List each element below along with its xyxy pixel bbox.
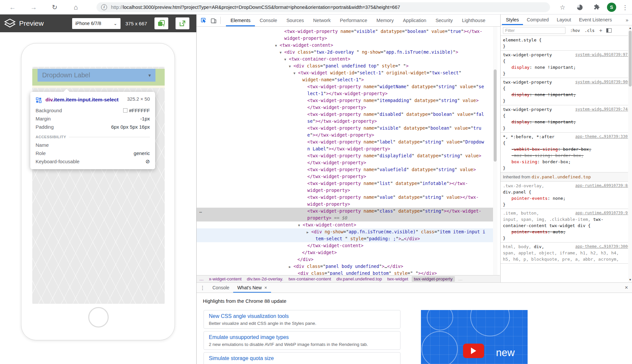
style-rule[interactable]: app-runtime…69910739:95.item, button,inp… (501, 209, 632, 243)
stylesheet-source-link[interactable]: app-theme.c…910739:3006 (575, 244, 630, 250)
code-line[interactable]: <twx-widget-property name="displayfield"… (197, 152, 493, 159)
device-select[interactable]: iPhone 6/7/8 ⌄ (72, 18, 121, 29)
tabs-overflow-icon[interactable]: » (622, 14, 632, 25)
code-line[interactable]: …<twx-widget-property name="class" datat… (197, 208, 493, 215)
code-line[interactable]: ▶<div class="panel body undefined">…</di… (197, 263, 493, 270)
code-line[interactable]: ▼<div class="twx-2d-overlay " ng-show="a… (197, 49, 493, 56)
styles-scrollbar[interactable]: ▲ ▼ (628, 25, 632, 282)
code-line[interactable]: e"></twx-widget-property> (197, 132, 493, 139)
forward-icon[interactable]: → (27, 0, 40, 14)
code-line[interactable]: </twx-widget-property> (197, 104, 493, 111)
drawer-close-icon[interactable]: × (621, 284, 632, 291)
code-line[interactable]: lect-1"></twx-widget-property> (197, 90, 493, 97)
stylesheet-source-link[interactable]: system-widg…9910739:972 (575, 52, 630, 58)
inspect-element-icon[interactable] (199, 16, 208, 25)
extension-badge-icon[interactable] (577, 5, 583, 10)
code-line[interactable]: <twx-widget-property name="label" dataty… (197, 139, 493, 145)
tab-elements[interactable]: Elements (226, 14, 255, 26)
style-rule[interactable]: system-widg…9910739:748twx-widget-proper… (501, 105, 632, 133)
code-line[interactable]: <twx-widget-property name="widgetName" d… (197, 83, 493, 90)
dropdown-widget[interactable]: Dropdown Label ▾ (38, 69, 155, 82)
code-line[interactable]: property> == $0 (197, 215, 493, 221)
style-rule[interactable]: element.style {} (501, 36, 632, 51)
breadcrumb-item[interactable]: twx-widget-property (412, 276, 455, 282)
code-line[interactable]: <twx-widget-property name="itempadding" … (197, 97, 493, 104)
code-line[interactable]: </twx-widget-property> (197, 173, 493, 180)
code-line[interactable]: ▼<twx-widget widget-id="select-1" origin… (197, 69, 493, 76)
breadcrumb-item[interactable]: div.panel.undefined.top (336, 276, 382, 281)
site-info-icon[interactable]: i (101, 4, 107, 10)
code-line[interactable]: <twx-widget-property name="disabled" dat… (197, 111, 493, 118)
drawer-tab-console[interactable]: Console (208, 283, 233, 293)
stylesheet-source-link[interactable]: app-runtime…69910739:84 (575, 183, 630, 189)
home-icon[interactable]: ⌂ (69, 0, 82, 14)
code-line[interactable]: ▼<div class="panel undefined top" style=… (197, 63, 493, 69)
code-line[interactable]: tem-select " style="padding: ;">…</div> (197, 235, 493, 242)
code-line[interactable]: <twx-widget-property name="list" datatyp… (197, 180, 493, 187)
new-style-rule-icon[interactable]: + (599, 27, 602, 34)
style-rule[interactable]: system-widg…9910739:900twx-widget-proper… (501, 78, 632, 105)
twisty-open-icon[interactable]: ▼ (293, 70, 298, 77)
stylesheet-source-link[interactable]: system-widg…9910739:748 (575, 106, 630, 113)
twisty-closed-icon[interactable]: ▶ (289, 263, 293, 270)
toggle-sidebar-icon[interactable] (606, 28, 612, 33)
stylesheet-source-link[interactable]: app-theme.c…910739:3307 (575, 134, 630, 140)
code-line[interactable]: <twx-widget-property name="value" dataty… (197, 194, 493, 201)
whats-new-card-link[interactable]: Simulate storage quota size (209, 355, 395, 361)
code-line[interactable]: widget-property> (197, 201, 493, 208)
inherited-node-link[interactable]: div.panel.undefined.top (532, 174, 591, 179)
code-line[interactable]: </twx-widget-property> (197, 159, 493, 166)
style-rule[interactable]: app-runtime…69910739:84.twx-2d-overlay,d… (501, 182, 632, 209)
scrollbar-thumb[interactable] (629, 31, 632, 87)
breadcrumb-item[interactable]: … (458, 276, 463, 281)
youtube-play-icon[interactable] (463, 344, 484, 358)
twisty-open-icon[interactable]: ▼ (280, 49, 284, 56)
code-line[interactable]: <twx-widget-property name="valuefield" d… (197, 166, 493, 173)
code-line[interactable]: <div class="panel undefined bottom" styl… (197, 270, 493, 275)
extensions-puzzle-icon[interactable] (593, 4, 600, 11)
tab-network[interactable]: Network (309, 14, 335, 26)
drawer-menu-icon[interactable]: ⋮ (197, 285, 208, 291)
browser-menu-icon[interactable]: ⋮ (621, 4, 629, 11)
elements-scrollbar[interactable] (493, 27, 497, 275)
scroll-down-icon[interactable]: ▼ (629, 278, 632, 281)
styles-tab-styles[interactable]: Styles (502, 14, 523, 25)
tab-lighthouse[interactable]: Lighthouse (457, 14, 490, 26)
twisty-open-icon[interactable]: ▼ (298, 222, 303, 229)
breadcrumb-item[interactable]: div.twx-2d-overlay. (247, 276, 284, 281)
open-external-button[interactable] (176, 17, 189, 29)
code-line[interactable]: ▼<twx-widget-content> (197, 42, 493, 49)
style-rule[interactable]: app-theme.c…910739:3006html, body, div,s… (501, 243, 632, 264)
tab-security[interactable]: Security (431, 14, 457, 26)
styles-tab-layout[interactable]: Layout (553, 14, 575, 25)
drawer-tab-what-s-new[interactable]: What's New× (233, 283, 271, 293)
rotate-orientation-button[interactable] (154, 17, 168, 29)
reload-icon[interactable]: ↻ (48, 0, 61, 14)
scroll-up-icon[interactable]: ▲ (629, 26, 632, 30)
stylesheet-source-link[interactable]: system-widg…9910739:900 (575, 79, 630, 85)
tab-sources[interactable]: Sources (282, 14, 309, 26)
code-line[interactable]: <twx-widget-property name="visible" data… (197, 28, 493, 35)
code-line[interactable]: </twx-widget-content> (197, 242, 493, 249)
code-line[interactable]: se"></twx-widget-property> (197, 118, 493, 125)
bookmark-star-icon[interactable]: ☆ (559, 4, 566, 11)
code-line[interactable]: ▶<div ng-show="app.fn.isTrue(me.visible)… (197, 228, 493, 235)
tab-close-icon[interactable]: × (264, 285, 267, 290)
twisty-closed-icon[interactable]: ▶ (307, 229, 311, 236)
url-text[interactable]: http://localhost:3000/preview.html?proje… (111, 5, 400, 10)
breadcrumb-item[interactable]: … (199, 276, 204, 281)
code-line[interactable]: widget-name="select-1"> (197, 76, 493, 83)
code-line[interactable]: widget-property> (197, 187, 493, 194)
code-line[interactable]: <twx-widget-property name="visible" data… (197, 125, 493, 132)
tab-memory[interactable]: Memory (372, 14, 398, 26)
code-line[interactable]: </div> (197, 256, 493, 263)
twisty-open-icon[interactable]: ▼ (275, 42, 280, 49)
code-line[interactable]: ▼<twx-container-content> (197, 56, 493, 63)
code-line[interactable]: n Label"></twx-widget-property> (197, 145, 493, 152)
breadcrumb-item[interactable]: twx-container-content (289, 276, 331, 281)
tab-performance[interactable]: Performance (335, 14, 372, 26)
twisty-open-icon[interactable]: ▼ (289, 63, 293, 70)
back-icon[interactable]: ← (6, 0, 19, 14)
styles-tab-computed[interactable]: Computed (523, 14, 553, 25)
whats-new-card-link[interactable]: New CSS angle visualization tools (209, 313, 395, 319)
